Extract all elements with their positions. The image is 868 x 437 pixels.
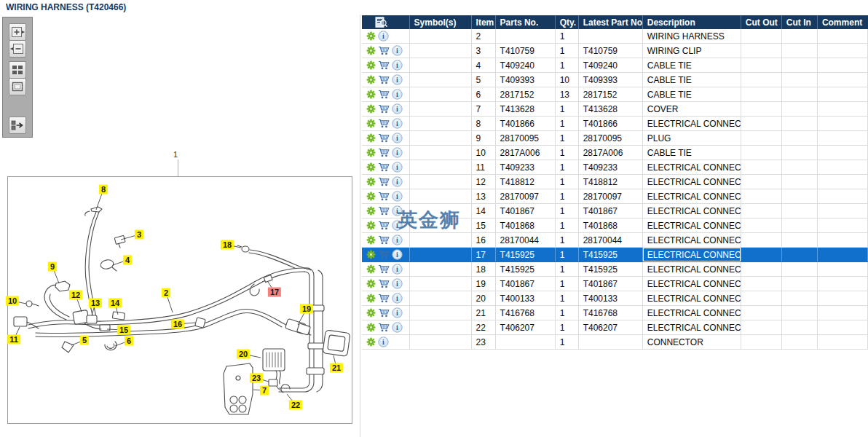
info-icon[interactable]: i xyxy=(392,45,403,56)
info-icon[interactable]: i xyxy=(392,118,403,129)
cart-icon[interactable] xyxy=(378,278,390,289)
cart-icon[interactable] xyxy=(378,147,390,158)
gear-icon[interactable] xyxy=(366,235,376,245)
fit-view-button[interactable] xyxy=(9,78,26,95)
grid-view-button[interactable] xyxy=(9,61,26,79)
column-header-cut-out[interactable]: Cut Out xyxy=(741,15,781,29)
column-header-description[interactable]: Description xyxy=(642,15,741,29)
part-label-22[interactable]: 22 xyxy=(289,401,302,410)
gear-icon[interactable] xyxy=(366,308,376,318)
info-icon[interactable]: i xyxy=(392,205,403,216)
table-row-item-10[interactable]: i102817A00612817A006CABLE TIE xyxy=(362,146,868,160)
info-icon[interactable]: i xyxy=(392,322,403,333)
cart-icon[interactable] xyxy=(378,235,390,245)
info-icon[interactable]: i xyxy=(378,336,389,347)
cart-icon[interactable] xyxy=(378,45,390,56)
gear-icon[interactable] xyxy=(366,90,376,99)
part-label-3[interactable]: 3 xyxy=(135,230,143,240)
column-header-qty[interactable]: Qty. xyxy=(555,15,578,29)
part-label-6[interactable]: 6 xyxy=(125,336,133,346)
table-row-item-21[interactable]: i21T4167681T416768ELECTRICAL CONNECTOR xyxy=(362,306,868,320)
gear-icon[interactable] xyxy=(366,337,376,347)
gear-icon[interactable] xyxy=(366,133,376,143)
part-label-13[interactable]: 13 xyxy=(89,299,102,308)
cart-icon[interactable] xyxy=(378,133,390,143)
part-label-8[interactable]: 8 xyxy=(99,185,108,194)
part-label-9[interactable]: 9 xyxy=(48,262,57,272)
table-row-item-20[interactable]: i20T4001331T400133ELECTRICAL CONNECTOR xyxy=(362,291,868,306)
table-row-item-13[interactable]: i1328170097128170097ELECTRICAL CONNECTOR xyxy=(362,189,868,204)
table-row-item-9[interactable]: i928170095128170095PLUG xyxy=(362,131,868,146)
table-row-item-2[interactable]: i21WIRING HARNESS xyxy=(362,29,868,44)
info-icon[interactable]: i xyxy=(392,133,403,143)
part-label-16[interactable]: 16 xyxy=(171,320,184,329)
cart-icon[interactable] xyxy=(378,162,390,173)
part-label-17[interactable]: 17 xyxy=(268,288,281,297)
part-label-10[interactable]: 10 xyxy=(6,296,19,306)
column-header-cut-in[interactable]: Cut In xyxy=(781,15,817,29)
hide-panel-button[interactable] xyxy=(9,117,26,134)
zoom-in-button[interactable] xyxy=(9,23,26,41)
part-label-11[interactable]: 11 xyxy=(7,335,20,345)
table-row-item-3[interactable]: i3T4107591T410759WIRING CLIP xyxy=(362,44,868,58)
info-icon[interactable]: i xyxy=(392,264,403,275)
column-header-symbol-s[interactable]: Symbol(s) xyxy=(409,15,471,29)
cart-icon[interactable] xyxy=(378,220,390,231)
gear-icon[interactable] xyxy=(366,46,376,55)
cart-icon[interactable] xyxy=(378,89,390,100)
cart-icon[interactable] xyxy=(378,118,390,129)
table-row-item-15[interactable]: i15T4018681T401868ELECTRICAL CONNECTOR xyxy=(362,219,868,233)
info-icon[interactable]: i xyxy=(392,103,403,114)
gear-icon[interactable] xyxy=(366,104,376,114)
gear-icon[interactable] xyxy=(366,177,376,186)
info-icon[interactable]: i xyxy=(392,293,403,304)
cart-icon[interactable] xyxy=(378,307,390,318)
gear-icon[interactable] xyxy=(366,206,376,216)
gear-icon[interactable] xyxy=(366,148,376,157)
table-row-item-14[interactable]: i14T4018671T401867ELECTRICAL CONNECTOR xyxy=(362,204,868,219)
cart-icon[interactable] xyxy=(378,205,390,216)
info-icon[interactable]: i xyxy=(392,176,403,187)
info-icon[interactable]: i xyxy=(392,147,403,158)
gear-icon[interactable] xyxy=(366,60,376,70)
cart-icon[interactable] xyxy=(378,264,390,275)
gear-icon[interactable] xyxy=(366,162,376,172)
part-label-23[interactable]: 23 xyxy=(250,374,263,383)
part-label-19[interactable]: 19 xyxy=(300,304,313,314)
part-label-15[interactable]: 15 xyxy=(117,326,130,335)
part-label-18[interactable]: 18 xyxy=(221,240,234,250)
cart-icon[interactable] xyxy=(378,103,390,114)
table-row-item-22[interactable]: i22T4062071T406207ELECTRICAL CONNECTOR xyxy=(362,320,868,335)
cart-icon[interactable] xyxy=(378,293,390,304)
gear-icon[interactable] xyxy=(366,279,376,288)
info-icon[interactable]: i xyxy=(392,307,403,318)
cart-icon[interactable] xyxy=(378,322,390,333)
info-icon[interactable]: i xyxy=(392,235,403,245)
part-label-21[interactable]: 21 xyxy=(330,363,343,373)
zoom-out-button[interactable] xyxy=(9,40,26,58)
cart-icon[interactable] xyxy=(378,249,390,260)
gear-icon[interactable] xyxy=(366,250,376,259)
column-header-latest-part-no[interactable]: Latest Part No. xyxy=(578,15,642,29)
table-row-item-19[interactable]: i19T4018671T401867ELECTRICAL CONNECTOR xyxy=(362,277,868,291)
gear-icon[interactable] xyxy=(366,323,376,332)
gear-icon[interactable] xyxy=(366,119,376,128)
info-icon[interactable]: i xyxy=(392,89,403,100)
cart-icon[interactable] xyxy=(378,176,390,187)
table-row-item-23[interactable]: i231CONNECTOR xyxy=(362,335,868,350)
gear-icon[interactable] xyxy=(366,75,376,84)
gear-icon[interactable] xyxy=(366,192,376,201)
table-row-item-16[interactable]: i1628170044128170044ELECTRICAL CONNECTOR xyxy=(362,233,868,248)
cart-icon[interactable] xyxy=(378,60,390,71)
table-row-item-8[interactable]: i8T4018661T401866ELECTRICAL CONNECTOR xyxy=(362,117,868,131)
info-icon[interactable]: i xyxy=(392,249,403,260)
table-row-item-12[interactable]: i12T4188121T418812ELECTRICAL CONNECTOR xyxy=(362,175,868,189)
cart-icon[interactable] xyxy=(378,74,390,85)
table-row-item-7[interactable]: i7T4136281T413628COVER xyxy=(362,102,868,117)
gear-icon[interactable] xyxy=(366,221,376,230)
table-row-item-4[interactable]: i4T4092401T409240CABLE TIE xyxy=(362,58,868,73)
part-label-4[interactable]: 4 xyxy=(123,256,132,265)
column-header-item[interactable]: Item xyxy=(471,15,495,29)
table-row-item-11[interactable]: i11T4092331T409233ELECTRICAL CONNECTOR xyxy=(362,160,868,175)
part-label-12[interactable]: 12 xyxy=(69,291,82,300)
